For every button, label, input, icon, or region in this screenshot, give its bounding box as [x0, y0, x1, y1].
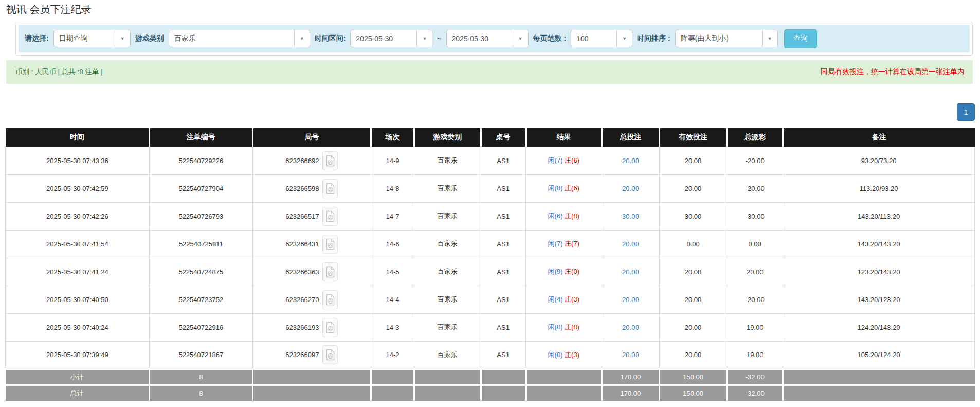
query-type-select[interactable]: 日期查询 ▼	[53, 30, 131, 47]
result-player: 闲(7)	[548, 240, 563, 247]
pagination: 1	[0, 103, 975, 121]
cell-round: 623266598	[252, 174, 371, 202]
video-record-button[interactable]	[322, 345, 338, 364]
cell-bet-id: 522540724875	[149, 258, 252, 286]
game-type-select[interactable]: 百家乐 ▼	[169, 30, 310, 47]
total-bet-link[interactable]: 20.00	[622, 324, 639, 331]
page-1-button[interactable]: 1	[957, 103, 975, 121]
video-record-button[interactable]	[322, 290, 338, 309]
cell-valid-bet: 0.00	[659, 230, 727, 258]
cell-payout: 19.00	[727, 313, 783, 341]
game-type-caret[interactable]: ▼	[294, 30, 310, 47]
cell-session: 14-7	[371, 202, 414, 230]
cell-payout: -20.00	[727, 286, 783, 313]
video-record-button[interactable]	[322, 235, 338, 254]
cell-round: 623266193	[252, 313, 371, 341]
cell-table-id: AS1	[481, 286, 525, 313]
page-size-caret[interactable]: ▼	[616, 30, 632, 47]
cell-game-type: 百家乐	[414, 202, 481, 230]
cell-round: 623266431	[252, 230, 371, 258]
round-id: 623266598	[285, 185, 319, 192]
cell-session: 14-9	[371, 147, 414, 174]
video-record-button[interactable]	[322, 179, 338, 198]
date-to-value: 2025-05-30	[447, 30, 513, 47]
cell-valid-bet: 20.00	[659, 147, 727, 174]
summary-total-bet: 170.00	[602, 385, 659, 401]
video-record-button[interactable]	[322, 318, 338, 337]
cell-bet-id: 522540721867	[149, 341, 252, 369]
page-size-select[interactable]: 100 ▼	[571, 30, 632, 47]
table-header-row: 时间注单编号局号场次游戏类别桌号结果总投注有效投注总派彩备注	[6, 128, 975, 147]
subtotal-row: 小计8170.00150.00-32.00	[6, 369, 975, 385]
result-player: 闲(4)	[548, 295, 563, 303]
result-player: 闲(9)	[548, 268, 563, 275]
column-header-9: 总派彩	[727, 128, 783, 147]
cell-round: 623266363	[252, 258, 371, 286]
result-banker: 庄(8)	[563, 212, 580, 220]
date-from-select[interactable]: 2025-05-30 ▼	[350, 30, 432, 47]
summary-empty-round	[252, 369, 371, 385]
cell-game-type: 百家乐	[414, 286, 481, 313]
column-header-6: 结果	[525, 128, 602, 147]
cell-time: 2025-05-30 07:39:49	[6, 341, 150, 369]
cell-total-bet: 20.00	[602, 230, 659, 258]
total-bet-link[interactable]: 20.00	[622, 185, 639, 192]
query-type-label: 请选择:	[25, 34, 49, 43]
cell-time: 2025-05-30 07:43:36	[6, 147, 150, 174]
cell-payout: 20.00	[727, 258, 783, 286]
date-to-caret[interactable]: ▼	[513, 30, 528, 47]
cell-table-id: AS1	[481, 147, 525, 174]
video-record-icon	[325, 349, 335, 361]
query-type-caret[interactable]: ▼	[115, 30, 130, 47]
round-wrap: 623266097	[253, 345, 371, 364]
total-bet-link[interactable]: 20.00	[622, 296, 639, 304]
filter-bar: 请选择: 日期查询 ▼ 游戏类别 百家乐 ▼ 时间区间: 2025-05-30 …	[19, 25, 970, 52]
cell-remark: 93.20/73.20	[783, 147, 975, 174]
column-header-8: 有效投注	[659, 128, 727, 147]
search-button[interactable]: 查询	[784, 29, 817, 48]
total-bet-link[interactable]: 20.00	[622, 268, 639, 276]
cell-remark: 143.20/113.20	[783, 202, 975, 230]
sort-order-select[interactable]: 降幂(由大到小) ▼	[675, 30, 778, 47]
cell-payout: -30.00	[727, 202, 783, 230]
summary-empty-result	[525, 385, 602, 401]
table-row: 2025-05-30 07:41:24522540724875623266363…	[6, 258, 975, 286]
cell-result: 闲(6) 庄(8)	[525, 202, 602, 230]
cell-result: 闲(8) 庄(6)	[525, 174, 602, 202]
video-record-button[interactable]	[322, 207, 338, 226]
table-body: 2025-05-30 07:43:36522540729226623266692…	[6, 147, 975, 401]
result-banker: 庄(3)	[563, 351, 580, 359]
cell-result: 闲(4) 庄(3)	[525, 286, 602, 313]
round-id: 623266517	[285, 213, 319, 220]
grand-total-row: 总计8170.00150.00-32.00	[6, 385, 975, 401]
round-wrap: 623266193	[253, 318, 371, 337]
sort-order-caret[interactable]: ▼	[762, 30, 777, 47]
result-banker: 庄(0)	[563, 268, 580, 275]
cell-session: 14-5	[371, 258, 414, 286]
video-record-icon	[325, 183, 335, 194]
total-bet-link[interactable]: 20.00	[622, 240, 639, 248]
cell-game-type: 百家乐	[414, 174, 481, 202]
video-record-button[interactable]	[322, 262, 338, 281]
cell-game-type: 百家乐	[414, 313, 481, 341]
round-wrap: 623266692	[253, 151, 371, 170]
query-type-value: 日期查询	[54, 30, 115, 47]
table-row: 2025-05-30 07:42:26522540726793623266517…	[6, 202, 975, 230]
date-to-select[interactable]: 2025-05-30 ▼	[446, 30, 529, 47]
cell-game-type: 百家乐	[414, 147, 481, 174]
total-bet-link[interactable]: 20.00	[622, 157, 639, 165]
cell-result: 闲(9) 庄(0)	[525, 258, 602, 286]
total-bet-link[interactable]: 20.00	[622, 351, 639, 359]
result-player: 闲(0)	[548, 323, 563, 331]
cell-round: 623266097	[252, 341, 371, 369]
cell-bet-id: 522540725811	[149, 230, 252, 258]
summary-empty-remark	[783, 385, 975, 401]
date-from-caret[interactable]: ▼	[416, 30, 432, 47]
cell-payout: -20.00	[727, 174, 783, 202]
video-record-icon	[325, 294, 335, 306]
total-bet-link[interactable]: 30.00	[622, 213, 639, 220]
table-row: 2025-05-30 07:43:36522540729226623266692…	[6, 147, 975, 174]
summary-empty-game	[414, 369, 481, 385]
video-record-button[interactable]	[322, 151, 338, 170]
result-banker: 庄(3)	[563, 295, 580, 303]
